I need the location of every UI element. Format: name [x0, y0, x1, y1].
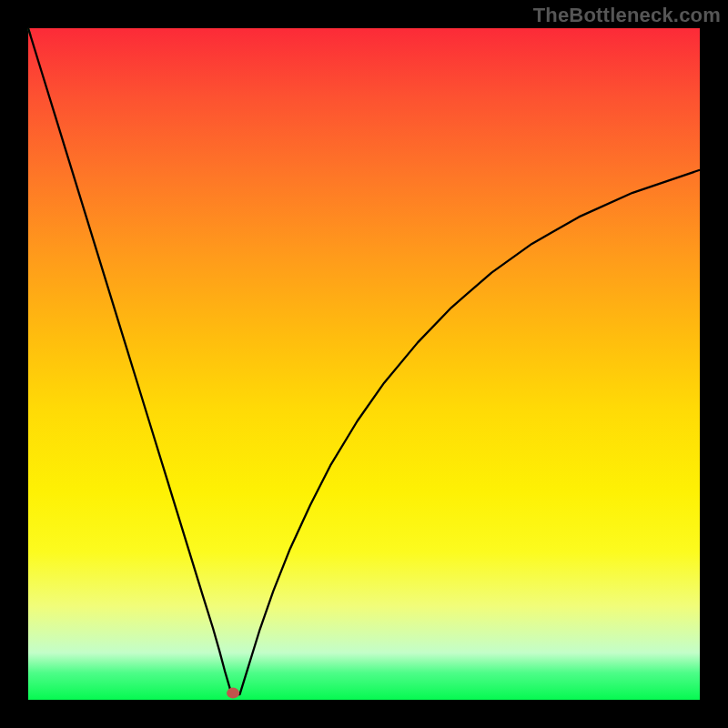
plot-area [28, 28, 700, 700]
watermark-text: TheBottleneck.com [533, 4, 721, 27]
chart-frame: { "watermark": "TheBottleneck.com", "cha… [0, 0, 728, 728]
chart-svg [28, 28, 700, 700]
bottleneck-curve [28, 28, 700, 694]
minimum-marker [227, 688, 239, 699]
